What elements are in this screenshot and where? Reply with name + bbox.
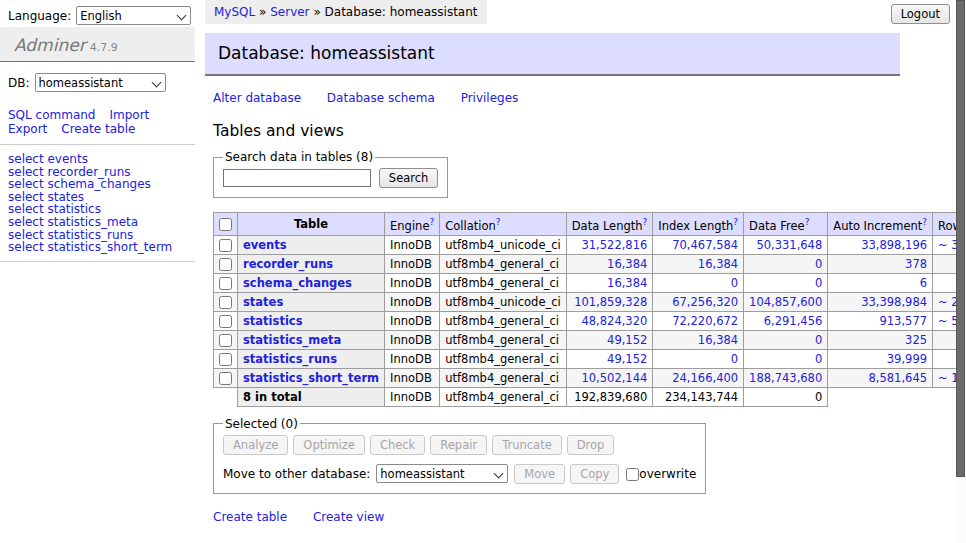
breadcrumb-mysql-link[interactable]: MySQL (214, 5, 255, 19)
table-name-link[interactable]: recorder_runs (243, 257, 333, 271)
engine-cell: InnoDB (385, 349, 440, 368)
overwrite-checkbox[interactable] (626, 468, 639, 481)
index-length-link[interactable]: 16,384 (698, 333, 738, 347)
data-free-link[interactable]: 188,743,680 (749, 371, 822, 385)
copy-button[interactable]: Copy (570, 464, 619, 484)
index-length-cell: 72,220,672 (653, 311, 744, 330)
data-free-link[interactable]: 104,857,600 (749, 295, 822, 309)
check-button[interactable]: Check (370, 435, 425, 455)
db-select[interactable]: homeassistant (35, 73, 166, 92)
help-link[interactable]: ? (922, 217, 927, 227)
table-name-link[interactable]: statistics_runs (243, 352, 337, 366)
sidebar-item-select-schema_changes[interactable]: select schema_changes (8, 178, 195, 191)
footer-total-label: 8 in total (238, 387, 385, 406)
data-free-link[interactable]: 0 (815, 352, 822, 366)
table-name-link[interactable]: schema_changes (243, 276, 352, 290)
data-free-link[interactable]: 0 (815, 257, 822, 271)
table-name-cell: schema_changes (238, 273, 385, 292)
logout-button[interactable]: Logout (891, 4, 950, 24)
auto-increment-link[interactable]: 6 (920, 276, 927, 290)
data-length-link[interactable]: 16,384 (607, 257, 647, 271)
help-link[interactable]: ? (429, 217, 434, 227)
search-input[interactable] (223, 169, 371, 187)
row-checkbox[interactable] (219, 334, 232, 347)
table-name-link[interactable]: statistics_meta (243, 333, 341, 347)
data-length-link[interactable]: 101,859,328 (574, 295, 647, 309)
auto-increment-link[interactable]: 913,577 (879, 314, 927, 328)
table-name-link[interactable]: states (243, 295, 283, 309)
database-schema-link[interactable]: Database schema (327, 91, 435, 105)
auto-increment-link[interactable]: 378 (905, 257, 927, 271)
table-row: eventsInnoDButf8mb4_unicode_ci31,522,816… (214, 235, 966, 254)
move-db-select[interactable]: homeassistant (376, 464, 508, 483)
help-icon: ? (733, 217, 738, 227)
help-link[interactable]: ? (733, 217, 738, 227)
auto-increment-link[interactable]: 33,398,984 (861, 295, 927, 309)
sidebar-item-export[interactable]: Export (8, 122, 47, 136)
alter-database-link[interactable]: Alter database (213, 91, 301, 105)
sidebar-item-select-statistics_short_term[interactable]: select statistics_short_term (8, 241, 195, 254)
help-link[interactable]: ? (643, 217, 648, 227)
index-length-link[interactable]: 70,467,584 (672, 238, 738, 252)
index-length-link[interactable]: 0 (731, 276, 738, 290)
drop-button[interactable]: Drop (567, 435, 615, 455)
row-checkbox[interactable] (219, 315, 232, 328)
data-free-link[interactable]: 6,291,456 (764, 314, 823, 328)
vertical-scrollbar (956, 0, 966, 543)
data-free-cell: 188,743,680 (744, 368, 828, 387)
row-checkbox[interactable] (219, 296, 232, 309)
create-view-link[interactable]: Create view (313, 510, 384, 524)
data-free-link[interactable]: 0 (815, 333, 822, 347)
index-length-link[interactable]: 24,166,400 (672, 371, 738, 385)
sidebar-item-select-events[interactable]: select events (8, 153, 195, 166)
sidebar-item-select-statistics_meta[interactable]: select statistics_meta (8, 216, 195, 229)
sidebar-item-create-table[interactable]: Create table (61, 122, 135, 136)
adminer-logo[interactable]: Adminer (14, 35, 86, 55)
index-length-link[interactable]: 72,220,672 (672, 314, 738, 328)
move-button[interactable]: Move (514, 464, 565, 484)
row-checkbox[interactable] (219, 372, 232, 385)
row-checkbox[interactable] (219, 353, 232, 366)
search-button[interactable]: Search (379, 168, 439, 188)
row-checkbox[interactable] (219, 277, 232, 290)
data-free-link[interactable]: 50,331,648 (756, 238, 822, 252)
data-length-link[interactable]: 31,522,816 (581, 238, 647, 252)
help-link[interactable]: ? (496, 217, 501, 227)
language-select[interactable]: English (76, 6, 191, 25)
row-checkbox-cell (214, 235, 238, 254)
logo-bar: Adminer4.7.9 (0, 27, 195, 62)
privileges-link[interactable]: Privileges (461, 91, 519, 105)
index-length-link[interactable]: 16,384 (698, 257, 738, 271)
breadcrumb-server-link[interactable]: Server (270, 5, 309, 19)
row-checkbox[interactable] (219, 239, 232, 252)
index-length-link[interactable]: 67,256,320 (672, 295, 738, 309)
sidebar-item-sql-command[interactable]: SQL command (8, 108, 95, 122)
data-length-link[interactable]: 16,384 (607, 276, 647, 290)
help-link[interactable]: ? (805, 217, 810, 227)
auto-increment-link[interactable]: 39,999 (887, 352, 927, 366)
table-name-link[interactable]: statistics_short_term (243, 371, 379, 385)
scrollbar-thumb[interactable] (956, 0, 965, 477)
table-name-cell: states (238, 292, 385, 311)
table-name-link[interactable]: events (243, 238, 287, 252)
sidebar-item-import[interactable]: Import (109, 108, 149, 122)
analyze-button[interactable]: Analyze (223, 435, 288, 455)
table-name-link[interactable]: statistics (243, 314, 303, 328)
auto-increment-link[interactable]: 325 (905, 333, 927, 347)
create-table-link[interactable]: Create table (213, 510, 287, 524)
auto-increment-cell: 913,577 (828, 311, 933, 330)
data-length-link[interactable]: 49,152 (607, 352, 647, 366)
select-all-checkbox[interactable] (219, 218, 232, 231)
help-icon: ? (805, 217, 810, 227)
row-checkbox[interactable] (219, 258, 232, 271)
index-length-link[interactable]: 0 (731, 352, 738, 366)
repair-button[interactable]: Repair (430, 435, 487, 455)
auto-increment-link[interactable]: 33,898,196 (861, 238, 927, 252)
data-length-link[interactable]: 48,824,320 (581, 314, 647, 328)
data-length-link[interactable]: 49,152 (607, 333, 647, 347)
auto-increment-link[interactable]: 8,581,645 (869, 371, 928, 385)
data-length-link[interactable]: 10,502,144 (581, 371, 647, 385)
data-free-link[interactable]: 0 (815, 276, 822, 290)
truncate-button[interactable]: Truncate (492, 435, 562, 455)
optimize-button[interactable]: Optimize (293, 435, 365, 455)
